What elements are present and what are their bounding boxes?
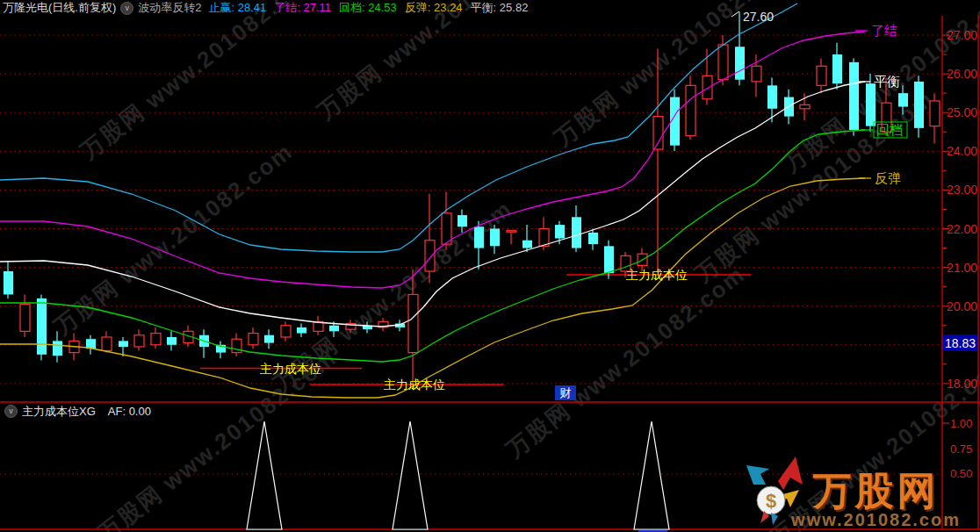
main-force-cost-label: 主力成本位 [384,377,445,392]
y-axis-label: 21.00 [947,261,977,275]
signal-spike [393,421,428,529]
band-label: 反弹 [875,170,901,185]
candle-down [167,337,177,345]
candle-down [458,215,467,226]
main-force-cost-label: 主力成本位 [626,268,688,282]
candle-down [53,341,62,356]
candle-up [752,66,761,82]
stock-title: 万隆光电(日线.前复权) [3,0,116,16]
candle-up [686,85,695,135]
sub-axis-label: 1.00 [950,417,972,430]
candle-up [102,337,112,350]
y-axis-label: 20.00 [947,299,977,313]
candle-down [588,233,598,244]
candle-up [281,326,291,337]
y-axis-label: 25.00 [947,105,977,119]
candle-up [134,335,144,347]
candle-down [297,327,306,334]
candle-up [442,213,451,244]
indicator-field: 回档: 24.53 [339,1,397,14]
y-axis-label: 24.00 [947,144,977,158]
main-chart[interactable]: 27.0026.0025.0024.0023.0022.0021.0020.00… [0,0,980,532]
candle-down [914,82,924,128]
brand-name: 万股网 [791,471,961,511]
sub-indicator-name[interactable]: 主力成本位XG [22,404,96,420]
main-force-cost-label: 主力成本位 [260,362,321,376]
sub-indicator-af-value: AF: 0.00 [108,405,151,418]
indicator-field: 平衡: 25.82 [471,1,529,14]
candle-down [474,226,484,248]
indicator-field: 了结: 27.11 [274,1,331,14]
candle-up [151,334,161,345]
indicator-field: 反弹: 23.24 [405,1,463,14]
candle-down [555,225,565,238]
sub-panel-header: v 主力成本位XG AF: 0.00 [0,404,151,419]
candle-up [718,45,728,80]
y-axis-label: 26.00 [947,67,977,81]
candle-up [653,117,663,149]
y-axis-label: 18.00 [947,377,977,391]
candle-up [703,75,712,98]
signal-spike [634,421,669,529]
candle-down [866,83,876,126]
candle-down [898,93,908,106]
brand-logo: 万股网 www.201082.com [791,471,961,528]
finance-report-marker[interactable]: 财 [560,386,572,399]
y-axis-label: 22.00 [947,222,977,236]
candle-up [249,334,258,345]
current-price-value: 18.83 [945,336,976,350]
candle-down [37,298,47,355]
chevron-down-icon[interactable]: v [4,405,18,418]
y-axis-label: 27.00 [947,28,977,42]
svg-text:$: $ [766,490,776,512]
candle-down [329,326,339,332]
candle-up [20,304,30,331]
indicator-values: 止赢: 28.41了结: 27.11回档: 24.53反弹: 23.24平衡: … [209,0,537,16]
brand-site: www.201082.com [791,511,961,528]
indicator-field: 止赢: 28.41 [209,1,267,14]
candle-up [507,231,516,233]
candle-down [572,217,581,248]
y-axis-label: 23.00 [947,183,977,197]
candle-down [119,341,128,347]
candle-down [832,54,842,83]
indicator-name[interactable]: 波动率反转2 [138,0,201,16]
candle-up [408,294,418,352]
candle-down [4,271,13,294]
band-pingheng [0,82,865,327]
candle-up [930,101,940,126]
candle-down [522,241,532,248]
candle-down [490,229,500,247]
topbar: 万隆光电(日线.前复权) v 波动率反转2 止赢: 28.41了结: 27.11… [0,0,980,16]
candle-down [604,246,614,273]
candle-down [264,335,274,343]
candle-up [425,241,435,271]
candle-down [767,85,777,108]
band-label: 了结 [871,23,897,38]
candle-up [817,66,826,85]
sub-axis-label: 0.75 [950,442,972,456]
candle-down [849,62,859,130]
stock-app-window: 万股网 www.201082.com万股网 www.201082.com万股网 … [0,0,980,532]
band-fantan [0,178,865,398]
candle-up [800,104,810,108]
signal-spike [247,421,282,529]
chevron-down-icon[interactable]: v [120,2,133,15]
candle-down [735,47,745,79]
band-label: 平衡 [874,74,900,89]
band-label: 回档 [876,122,903,137]
